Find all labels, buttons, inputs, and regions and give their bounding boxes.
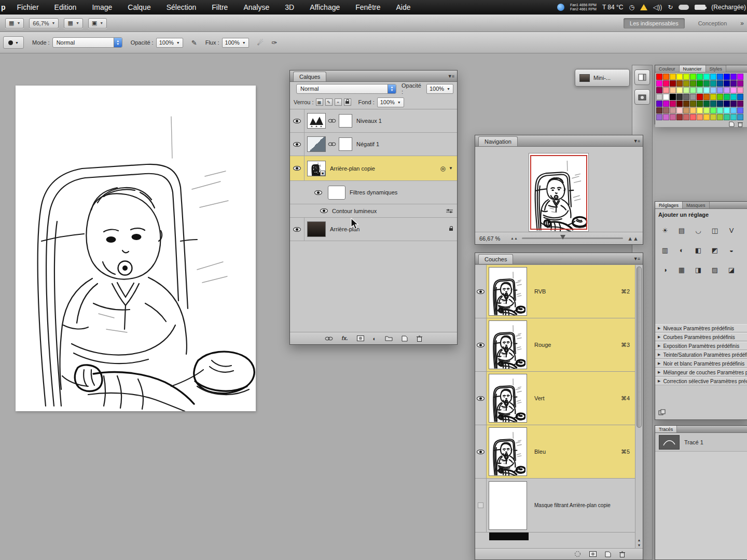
filter-mask-thumbnail[interactable] — [489, 481, 527, 530]
filter-mask-thumbnail[interactable] — [328, 186, 345, 200]
color-swatch[interactable] — [676, 87, 683, 93]
menu-extra-icon[interactable] — [679, 5, 689, 10]
opacity-input[interactable]: 100%▼ — [156, 38, 183, 48]
flow-input[interactable]: 100%▼ — [222, 38, 249, 48]
color-swatch[interactable] — [670, 114, 676, 120]
panel-menu-icon[interactable]: ▼≡ — [448, 74, 454, 79]
color-swatch[interactable] — [710, 74, 716, 80]
document-canvas[interactable] — [16, 86, 256, 411]
adjustment-icon[interactable]: ◒ — [725, 245, 738, 255]
adjustment-preset-row[interactable]: Exposition Paramètres prédéfinis — [655, 342, 747, 350]
color-swatch[interactable] — [697, 80, 703, 87]
panel-menu-icon[interactable]: ▼≡ — [633, 256, 640, 261]
color-swatch[interactable] — [737, 114, 743, 120]
collapsed-panel-button-1[interactable] — [634, 69, 650, 85]
adjustment-icon[interactable]: ▦ — [675, 264, 688, 275]
color-swatch[interactable] — [676, 80, 683, 87]
workspace-overflow-icon[interactable]: » — [740, 20, 744, 27]
menu-item[interactable]: Edition — [54, 3, 77, 11]
color-swatch[interactable] — [737, 94, 743, 100]
channel-thumbnail[interactable] — [489, 320, 527, 369]
new-swatch-icon[interactable] — [729, 121, 735, 127]
adjustment-layer-thumbnail[interactable] — [307, 113, 326, 129]
color-swatch[interactable] — [730, 74, 737, 80]
mini-bridge-button[interactable]: Mini-... — [575, 69, 630, 87]
collapse-filters-icon[interactable]: ▼ — [449, 166, 453, 171]
sync-icon[interactable]: ↻ — [668, 4, 673, 11]
menu-item[interactable]: Affichage — [310, 3, 340, 11]
color-swatch[interactable] — [737, 87, 743, 93]
color-swatch[interactable] — [724, 107, 730, 114]
adjustment-icon[interactable]: ◐ — [675, 245, 688, 255]
link-layers-icon[interactable] — [325, 336, 333, 341]
color-swatch[interactable] — [737, 74, 743, 80]
color-swatch[interactable] — [703, 80, 710, 87]
channels-scrollbar[interactable]: ▲ ▼ — [635, 265, 643, 548]
color-swatch[interactable] — [663, 114, 669, 120]
layer-mask-thumbnail[interactable] — [339, 137, 352, 151]
color-swatch[interactable] — [717, 101, 723, 107]
navigator-view-box[interactable] — [530, 155, 587, 230]
adjustment-icon[interactable]: V — [725, 225, 738, 235]
color-swatch[interactable] — [656, 107, 662, 114]
color-swatch[interactable] — [676, 101, 683, 107]
color-swatch[interactable] — [690, 94, 696, 100]
color-swatch[interactable] — [697, 74, 703, 80]
tab-couleur[interactable]: Couleur — [655, 65, 680, 72]
color-swatch[interactable] — [663, 80, 669, 87]
fan-app-icon[interactable] — [557, 4, 564, 11]
color-swatch[interactable] — [730, 107, 737, 114]
scroll-down-icon[interactable]: ▼ — [635, 543, 643, 547]
channel-row-masque-filtrant[interactable]: Masque filtrant Arrière-plan copie — [475, 479, 635, 533]
color-swatch[interactable] — [737, 80, 743, 87]
color-swatch[interactable] — [710, 80, 716, 87]
color-swatch[interactable] — [690, 74, 696, 80]
color-swatch[interactable] — [710, 101, 716, 107]
tab-styles[interactable]: Styles — [706, 65, 727, 72]
tab-traces[interactable]: Tracés — [655, 426, 677, 432]
color-swatch[interactable] — [676, 74, 683, 80]
color-swatch[interactable] — [717, 80, 723, 87]
color-swatch[interactable] — [683, 80, 689, 87]
menu-item[interactable]: Image — [92, 3, 112, 11]
lock-pixels-icon[interactable]: ✎ — [325, 99, 333, 106]
color-swatch[interactable] — [670, 94, 676, 100]
color-swatch[interactable] — [690, 107, 696, 114]
color-swatch[interactable] — [703, 74, 710, 80]
color-swatch[interactable] — [656, 94, 662, 100]
zoom-slider[interactable] — [522, 237, 623, 239]
add-mask-icon[interactable] — [357, 335, 364, 341]
color-swatch[interactable] — [656, 101, 662, 107]
color-swatch[interactable] — [724, 80, 730, 87]
menu-item[interactable]: Aide — [396, 3, 411, 11]
adjustment-icon[interactable]: ◨ — [691, 264, 705, 275]
color-swatch[interactable] — [717, 107, 723, 114]
layers-panel-header[interactable]: Calques ▼≡ — [290, 71, 457, 82]
color-swatch[interactable] — [737, 107, 743, 114]
battery-icon[interactable] — [695, 5, 706, 10]
trash-icon[interactable] — [619, 551, 625, 557]
visibility-toggle[interactable] — [290, 109, 305, 132]
tab-couches[interactable]: Couches — [478, 254, 513, 264]
visibility-toggle[interactable] — [290, 133, 305, 156]
adjustment-preset-row[interactable]: Mélangeur de couches Paramètres prédéfin… — [655, 368, 747, 376]
color-swatch[interactable] — [690, 101, 696, 107]
color-swatch[interactable] — [663, 87, 669, 93]
menu-item[interactable]: Sélection — [167, 3, 197, 11]
visibility-toggle[interactable] — [475, 425, 487, 478]
color-swatch[interactable] — [676, 114, 683, 120]
layer-row-filtres-dynamiques[interactable]: Filtres dynamiques — [290, 181, 457, 204]
adjustment-preset-row[interactable]: Niveaux Paramètres prédéfinis — [655, 324, 747, 332]
save-selection-icon[interactable] — [589, 551, 597, 557]
color-swatch[interactable] — [703, 101, 710, 107]
adjustment-icon[interactable]: ▤ — [675, 225, 688, 235]
color-swatch[interactable] — [730, 87, 737, 93]
lock-transparency-icon[interactable]: ▦ — [316, 99, 323, 106]
channel-row-rvb[interactable]: RVB ⌘2 — [475, 265, 635, 318]
lock-all-icon[interactable] — [344, 99, 351, 106]
smart-filter-icon[interactable]: ◎ — [440, 165, 446, 172]
color-swatch[interactable] — [724, 101, 730, 107]
color-swatch[interactable] — [703, 107, 710, 114]
color-swatch[interactable] — [663, 94, 669, 100]
menu-item[interactable]: Analyse — [243, 3, 269, 11]
